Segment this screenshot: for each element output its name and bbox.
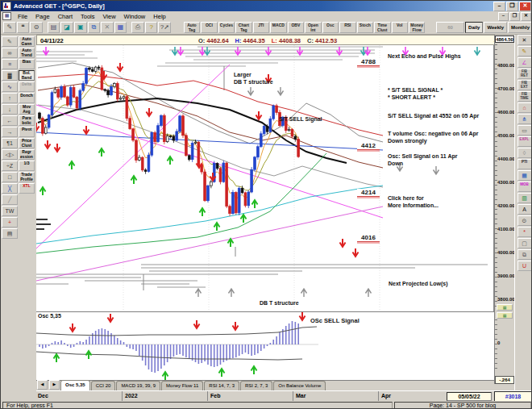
expert-tool[interactable]: EXPL xyxy=(517,136,532,147)
timeframe-weekly[interactable]: Weekly xyxy=(484,22,507,33)
price-chart[interactable]: Larger DB T structure S/T SELL Signal Ne… xyxy=(36,45,494,311)
timeframe-daily[interactable]: Daily xyxy=(465,22,483,33)
study-pivot[interactable]: Pivot xyxy=(19,127,35,137)
ellipse-tool[interactable]: ◊ xyxy=(517,148,532,158)
divide-tool[interactable]: ÷Z xyxy=(2,161,18,171)
tab-scroll-right[interactable]: ▶ xyxy=(49,380,60,390)
quote-icon[interactable]: ❝ xyxy=(17,22,30,33)
up-arrow-tool[interactable]: ↑ xyxy=(2,93,18,103)
menu-window[interactable]: Window xyxy=(120,13,150,20)
restore-button[interactable]: ❐ xyxy=(506,2,518,11)
study-button-chart-tag[interactable]: Chart Tag xyxy=(235,22,251,33)
tab-cci-20[interactable]: CCI 20 xyxy=(91,381,116,390)
gann-box-tool[interactable]: ▦ xyxy=(517,170,532,181)
glasses-tool[interactable]: ∞ xyxy=(2,48,18,58)
selection-tool[interactable]: ▢ xyxy=(517,238,532,248)
study-para-bolic[interactable]: Para bolic xyxy=(19,115,35,126)
search-icon[interactable]: ⊙ xyxy=(30,22,43,33)
price-axis[interactable]: 4864.50 4800.004700.004600.004500.004400… xyxy=(494,35,514,311)
mdi-minimize-button[interactable]: – xyxy=(498,12,509,21)
study-button-time-clust[interactable]: Time Clust xyxy=(374,22,390,33)
oscillator-panel[interactable]: Osc 5,35 OSc SELL Signal xyxy=(36,311,494,380)
annotation-click-here[interactable]: Click here for More Information... xyxy=(388,195,438,210)
minimize-button[interactable]: – xyxy=(493,2,505,11)
tab-on-balance-volume[interactable]: On Balance Volume xyxy=(273,381,326,390)
close-tool[interactable]: ✕ xyxy=(517,35,532,45)
undo-tool[interactable]: U xyxy=(517,261,532,271)
study-1-3[interactable]: 1/3 xyxy=(19,161,35,171)
pitchfork-tool[interactable]: ⋔ xyxy=(517,114,532,124)
print-chart-tool[interactable]: ▤ xyxy=(2,228,18,239)
fib-extension-tool[interactable]: FIB EXT xyxy=(517,80,532,90)
tab-rsi-2-7-3[interactable]: RSI 2, 7, 3 xyxy=(240,381,272,390)
menu-file[interactable]: File xyxy=(14,13,31,20)
mob-tool[interactable]: MOB xyxy=(517,182,532,192)
study-button-stoch[interactable]: Stoch xyxy=(357,22,373,33)
menu-page[interactable]: Page xyxy=(31,13,54,20)
left-arrow-tool[interactable]: ← xyxy=(2,115,18,126)
menu-view[interactable]: View xyxy=(98,13,119,20)
title-bar[interactable]: Advanced GET - [^GSPC, Daily] – ❐ ✕ xyxy=(1,1,532,11)
pointer-tool[interactable]: ✎ xyxy=(2,36,18,47)
mdi-restore-button[interactable]: ❐ xyxy=(509,12,520,21)
context-help-icon[interactable]: ?➚ xyxy=(158,22,171,33)
study-button-auto-tag[interactable]: Auto Tag xyxy=(184,22,200,33)
trendline-tool[interactable]: ╱ xyxy=(2,194,18,205)
tab-macd-19-39-9[interactable]: MACD 19, 39, 9 xyxy=(116,381,160,390)
tab-scroll-left[interactable]: ◀ xyxy=(37,380,48,390)
study-button-money-flow[interactable]: Money Flow xyxy=(409,22,425,33)
mdi-close-button[interactable]: ✕ xyxy=(521,12,531,21)
text-tool[interactable]: A xyxy=(517,204,532,215)
study-button-oci[interactable]: OCI xyxy=(201,22,217,33)
study-button-jti[interactable]: JTI xyxy=(253,22,269,33)
study-button-osc[interactable]: Osc xyxy=(322,22,339,33)
study-mov-avg[interactable]: Mov Avg xyxy=(19,104,35,115)
box-tool[interactable]: □ xyxy=(2,172,18,182)
elliott-wave-tool[interactable]: ∿ xyxy=(2,81,18,92)
chart-settings-icon[interactable]: ▦ xyxy=(114,22,127,33)
study-button-rsi[interactable]: RSI xyxy=(339,22,355,33)
bar-style-tool[interactable]: ▓ xyxy=(2,70,18,81)
menu-tools[interactable]: Tools xyxy=(77,13,99,20)
menu-chart[interactable]: Chart xyxy=(54,13,77,20)
down-arrow-tool[interactable]: ↓ xyxy=(2,104,18,115)
open-chart-icon[interactable]: ◪ xyxy=(60,22,73,33)
timeframe-monthly[interactable]: Monthly xyxy=(508,22,532,33)
study-button-vol[interactable]: Vol xyxy=(392,22,408,33)
tag-tool[interactable]: ¶1 xyxy=(2,138,18,148)
study-auto-trend[interactable]: Auto Trend xyxy=(19,48,35,58)
study-list-tool[interactable]: ≡ xyxy=(2,59,18,69)
compare-tool[interactable]: ◁▷ xyxy=(2,149,18,160)
zoom-tool[interactable]: ⊙ xyxy=(517,215,532,226)
lines-tool[interactable]: ╳ xyxy=(2,183,18,194)
chart-mdi-icon[interactable]: ▦ xyxy=(2,12,11,20)
timeframe-60-minute[interactable]: 60 Minute xyxy=(436,22,464,33)
axis-properties-button[interactable]: ▦ xyxy=(497,304,513,311)
save-icon[interactable]: ▣ xyxy=(74,22,87,33)
print-icon[interactable]: ⎙ xyxy=(131,22,144,33)
profile-tool[interactable]: ▥ xyxy=(517,193,532,203)
study-price-clust[interactable]: Price Clust xyxy=(19,138,35,148)
menu-help[interactable]: Help xyxy=(149,13,169,20)
tab-osc-5-35[interactable]: Osc 5,35 xyxy=(60,380,90,390)
paperclip-icon[interactable]: ✎ xyxy=(3,22,16,33)
pti-tool[interactable]: PTI xyxy=(517,159,532,169)
study-bol-band[interactable]: Bol. Band xyxy=(19,70,35,81)
oscillator-axis[interactable]: ▦ 0 -.264 xyxy=(494,311,514,384)
study-bias[interactable]: Bias xyxy=(19,59,35,69)
study-auto-gann[interactable]: Auto Gann xyxy=(19,36,35,47)
study-regr-ession[interactable]: Regr ession xyxy=(19,149,35,160)
fib-retracement-tool[interactable]: FIB RET xyxy=(517,69,532,79)
tab-rsi-14-7-3[interactable]: RSI 14, 7, 3 xyxy=(204,381,239,390)
date-axis[interactable]: 05/05/22 #3018 Dec2022FebMarApr xyxy=(36,390,532,401)
add-tool[interactable]: + xyxy=(2,217,18,227)
study-button-macd[interactable]: MACD xyxy=(270,22,286,33)
pages-tool[interactable]: ⧉ xyxy=(517,249,532,260)
study-donch[interactable]: Donch xyxy=(19,93,35,103)
tab-money-flow-11[interactable]: Money Flow 11 xyxy=(161,381,203,390)
trendlines-tool[interactable]: ∠ xyxy=(517,57,532,68)
copy-icon[interactable]: ⧉ xyxy=(88,22,101,33)
study-xtl[interactable]: XTL xyxy=(19,183,35,194)
new-chart-icon[interactable]: ▤ xyxy=(48,22,60,33)
study-delta[interactable]: Delta xyxy=(19,81,35,92)
